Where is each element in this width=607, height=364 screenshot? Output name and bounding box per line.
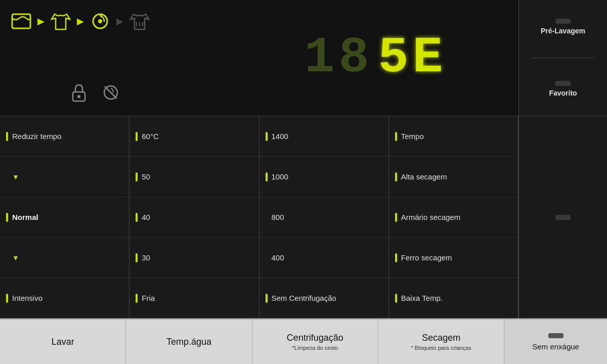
option-row[interactable]: 1400 xyxy=(259,116,388,157)
option-label: Armário secagem xyxy=(401,213,461,221)
bottom-lavar[interactable]: Lavar xyxy=(0,320,126,364)
bottom-label-temp: Temp.água xyxy=(166,337,211,347)
option-label: Ferro secagem xyxy=(401,253,452,262)
indicator xyxy=(6,132,8,141)
option-row[interactable]: 400 xyxy=(259,238,388,278)
option-label: 50 xyxy=(142,172,150,181)
favorite-led xyxy=(555,81,571,86)
display-area: 18 5E xyxy=(233,0,518,116)
indicator xyxy=(6,294,8,303)
option-row[interactable]: Baixa Temp. xyxy=(389,278,518,318)
program-icon-1 xyxy=(10,10,32,32)
option-row[interactable]: 800 xyxy=(259,197,388,238)
option-label: Reduzir tempo xyxy=(12,132,62,141)
bottom-label-secagem: Secagem xyxy=(422,333,460,343)
option-row[interactable]: 30 xyxy=(129,238,258,278)
column-temp: 60°C 50 40 30 Fria xyxy=(129,116,259,318)
program-icon-3 xyxy=(89,10,111,32)
arrow-3: ▶ xyxy=(116,16,123,27)
indicator xyxy=(395,294,397,303)
option-row[interactable]: ▼ xyxy=(0,238,129,278)
indicator xyxy=(395,172,397,181)
indicator xyxy=(395,213,397,222)
option-row[interactable]: 40 xyxy=(129,197,258,238)
column-secagem: Tempo Alta secagem Armário secagem Ferro… xyxy=(389,116,518,318)
right-panel: Pré-Lavagem Favorito xyxy=(518,0,607,116)
indicator xyxy=(266,253,268,262)
bottom-label-sem-enxague: Sem enxágue xyxy=(532,342,579,351)
option-label: Fria xyxy=(142,294,155,302)
bottom-secagem[interactable]: Secagem * Bloqueio para crianças xyxy=(378,320,504,364)
option-label: 1000 xyxy=(272,172,288,181)
indicator xyxy=(136,213,138,222)
lock-icon xyxy=(71,84,87,106)
option-label: Sem Centrifugação xyxy=(272,294,336,302)
option-row[interactable]: Armário secagem xyxy=(389,197,518,238)
options-section: Reduzir tempo ▼ Normal ▼ Intensivo xyxy=(0,116,607,318)
indicator xyxy=(266,294,268,303)
bottom-sub-secagem: * Bloqueio para crianças xyxy=(411,345,471,351)
bottom-section: Lavar Temp.água Centrifugação *Limpeza d… xyxy=(0,318,607,364)
indicator xyxy=(136,253,138,262)
option-label-normal: Normal xyxy=(12,213,38,221)
arrow-1: ▶ xyxy=(37,16,45,27)
option-label: 800 xyxy=(272,213,284,221)
indicator xyxy=(136,294,138,303)
option-row[interactable]: Reduzir tempo xyxy=(0,116,129,157)
option-label: Baixa Temp. xyxy=(401,294,443,302)
arrow-down: ▼ xyxy=(12,173,19,181)
bottom-sem-enxague[interactable]: Sem enxágue xyxy=(504,320,607,364)
top-left: ▶ ▶ ▶ xyxy=(0,0,233,116)
right-panel-bottom xyxy=(518,116,607,318)
bottom-temp[interactable]: Temp.água xyxy=(126,320,252,364)
column-lavar: Reduzir tempo ▼ Normal ▼ Intensivo xyxy=(0,116,129,318)
option-row[interactable]: Ferro secagem xyxy=(389,238,518,278)
favorite-button[interactable]: Favorito xyxy=(549,81,577,97)
indicator xyxy=(6,213,8,222)
bottom-sub-centrifugacao: *Limpeza do cesto xyxy=(292,345,338,351)
option-label: Intensivo xyxy=(12,294,42,302)
pre-wash-label: Pré-Lavagem xyxy=(541,27,585,35)
option-label: Alta secagem xyxy=(401,172,447,181)
option-label: 60°C xyxy=(142,132,159,141)
indicator xyxy=(266,213,268,222)
svg-point-7 xyxy=(77,95,80,98)
pre-wash-button[interactable]: Pré-Lavagem xyxy=(541,19,585,35)
indicator xyxy=(266,172,268,181)
display-right: 5E xyxy=(378,33,447,83)
function-icons xyxy=(10,84,223,111)
option-row[interactable]: 1000 xyxy=(259,157,388,197)
option-label: 1400 xyxy=(272,132,288,141)
option-row-normal[interactable]: Normal xyxy=(0,197,129,238)
option-row[interactable]: Intensivo xyxy=(0,278,129,318)
indicator xyxy=(136,132,138,141)
option-row[interactable]: 60°C xyxy=(129,116,258,157)
program-icon-2 xyxy=(50,10,72,32)
bottom-label-lavar: Lavar xyxy=(52,337,74,347)
indicator xyxy=(6,172,8,181)
option-row[interactable]: Alta secagem xyxy=(389,157,518,197)
option-row[interactable]: 50 xyxy=(129,157,258,197)
option-label: Tempo xyxy=(401,132,424,141)
top-section: ▶ ▶ ▶ xyxy=(0,0,607,116)
indicator xyxy=(6,253,8,262)
indicator xyxy=(136,172,138,181)
bottom-centrifugacao[interactable]: Centrifugação *Limpeza do cesto xyxy=(252,320,378,364)
program-icon-4 xyxy=(128,10,151,32)
indicator xyxy=(395,132,397,141)
svg-point-2 xyxy=(98,19,102,23)
display-left: 18 xyxy=(304,33,373,83)
option-row[interactable]: ▼ xyxy=(0,157,129,197)
sem-enxague-led xyxy=(548,333,563,338)
program-icons: ▶ ▶ ▶ xyxy=(10,10,223,32)
panel-led xyxy=(555,215,571,220)
favorite-label: Favorito xyxy=(549,89,577,97)
option-row[interactable]: Tempo xyxy=(389,116,518,157)
option-row[interactable]: Fria xyxy=(129,278,258,318)
arrow-2: ▶ xyxy=(77,16,84,27)
indicator xyxy=(395,253,397,262)
no-spin-icon xyxy=(102,84,119,106)
option-row[interactable]: Sem Centrifugação xyxy=(259,278,388,318)
arrow-down: ▼ xyxy=(12,254,19,262)
column-centrifugacao: 1400 1000 800 400 Sem Centrifugação xyxy=(259,116,389,318)
